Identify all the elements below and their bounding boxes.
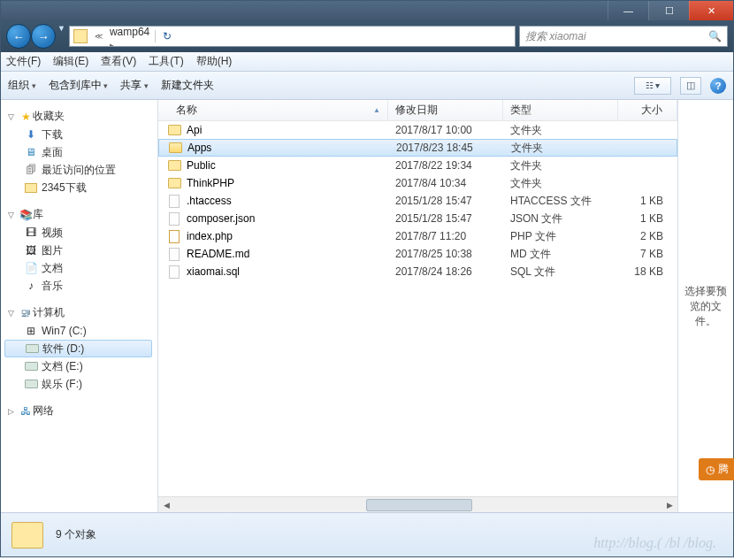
menu-tools[interactable]: 工具(T) (149, 54, 183, 69)
column-type[interactable]: 类型 (503, 100, 618, 120)
badge-icon: ◷ (706, 464, 715, 476)
chevron-down-icon: ▽ (8, 112, 19, 121)
minimize-button[interactable]: — (608, 1, 648, 20)
titlebar: — ☐ ✕ (1, 1, 733, 20)
sidebar-head-libraries[interactable]: ▽📚库 (4, 205, 157, 224)
file-size: 1 KB (618, 212, 677, 225)
drive-icon (24, 377, 38, 391)
file-name: Apps (187, 142, 211, 154)
file-size: 1 KB (618, 195, 677, 207)
sidebar-head-network[interactable]: ▷ 🖧 网络 (4, 402, 157, 420)
sidebar-item[interactable]: 📄文档 (4, 259, 157, 277)
column-name[interactable]: 名称 ▲ (158, 100, 388, 120)
preview-text: 选择要预览的文件。 (684, 284, 728, 329)
file-name: Api (187, 124, 202, 136)
toolbar: 组织 包含到库中 共享 新建文件夹 ☷ ▾ ◫ ? (1, 72, 733, 100)
sidebar-label: 收藏夹 (33, 109, 65, 124)
star-icon: ★ (19, 110, 33, 124)
help-icon[interactable]: ? (710, 78, 726, 94)
chevron-right-icon[interactable]: ≪ (91, 32, 106, 41)
file-icon (167, 194, 181, 208)
scroll-left-icon[interactable]: ◀ (158, 497, 174, 513)
column-date[interactable]: 修改日期 (388, 100, 503, 120)
sidebar-item[interactable]: 文档 (E:) (4, 357, 157, 375)
file-name: xiaomai.sql (187, 265, 240, 278)
file-date: 2017/8/24 18:26 (388, 265, 503, 278)
sidebar-item[interactable]: 2345下载 (4, 179, 157, 196)
breadcrumb-segment[interactable]: wamp64 (106, 26, 155, 38)
chevron-right-icon[interactable]: ▸ (106, 41, 118, 48)
table-row[interactable]: README.md2017/8/25 10:38MD 文件7 KB (158, 245, 677, 263)
folder-icon (167, 158, 181, 173)
file-icon (167, 265, 181, 279)
menu-edit[interactable]: 编辑(E) (53, 54, 88, 69)
table-row[interactable]: xiaomai.sql2017/8/24 18:26SQL 文件18 KB (158, 263, 677, 280)
download-icon: ⬇ (24, 127, 38, 142)
floating-badge[interactable]: ◷ 腾 (699, 458, 734, 480)
sidebar-item[interactable]: 🗐最近访问的位置 (4, 161, 157, 179)
video-icon: 🎞 (24, 226, 38, 240)
close-button[interactable]: ✕ (689, 1, 733, 20)
table-row[interactable]: ThinkPHP2017/8/4 10:34文件夹 (158, 174, 677, 192)
maximize-button[interactable]: ☐ (648, 1, 689, 20)
search-input[interactable]: 搜索 xiaomai 🔍 (519, 26, 728, 47)
table-row[interactable]: Apps2017/8/23 18:45文件夹 (158, 139, 677, 157)
drive-icon (24, 359, 38, 373)
file-type: MD 文件 (503, 247, 618, 262)
file-name: .htaccess (187, 195, 232, 207)
new-folder-button[interactable]: 新建文件夹 (161, 78, 214, 93)
sidebar-item[interactable]: 软件 (D:) (4, 340, 152, 357)
refresh-button[interactable]: ↻ (155, 30, 178, 42)
share-button[interactable]: 共享 (120, 78, 149, 93)
file-date: 2015/1/28 15:47 (388, 212, 503, 225)
table-row[interactable]: composer.json2015/1/28 15:47JSON 文件1 KB (158, 210, 677, 227)
table-row[interactable]: index.php2017/8/7 11:20PHP 文件2 KB (158, 227, 677, 245)
sidebar-label: 库 (33, 207, 43, 222)
search-icon[interactable]: 🔍 (708, 30, 722, 42)
file-date: 2017/8/7 11:20 (388, 230, 503, 242)
sidebar-item[interactable]: ⊞Win7 (C:) (4, 322, 157, 340)
menu-file[interactable]: 文件(F) (6, 54, 41, 69)
sidebar-item[interactable]: 🎞视频 (4, 224, 157, 242)
horizontal-scrollbar[interactable]: ◀ ▶ (158, 496, 677, 512)
sidebar-head-computer[interactable]: ▽🖳计算机 (4, 303, 157, 322)
history-dropdown-icon[interactable]: ▼ (57, 24, 65, 49)
sidebar-label: 网络 (33, 403, 54, 418)
sidebar-item-label: 视频 (42, 226, 63, 241)
windows-drive-icon: ⊞ (24, 324, 38, 338)
music-icon: ♪ (24, 279, 38, 293)
table-row[interactable]: Api2017/8/17 10:00文件夹 (158, 121, 677, 139)
sidebar-item[interactable]: ⬇下载 (4, 126, 157, 143)
include-library-button[interactable]: 包含到库中 (49, 78, 109, 93)
sidebar-item[interactable]: 娱乐 (F:) (4, 375, 157, 393)
organize-button[interactable]: 组织 (8, 78, 36, 93)
sidebar-item-label: 音乐 (42, 279, 63, 294)
forward-button[interactable]: → (31, 24, 56, 49)
sidebar-item-label: 最近访问的位置 (42, 163, 116, 178)
preview-pane-button[interactable]: ◫ (680, 77, 701, 95)
table-row[interactable]: .htaccess2015/1/28 15:47HTACCESS 文件1 KB (158, 192, 677, 210)
explorer-window: — ☐ ✕ ← → ▼ ≪ 软件 (D:)▸Wamp▸wamp64▸www▸xi… (0, 0, 734, 557)
folder-open-icon (168, 141, 182, 155)
badge-text: 腾 (718, 462, 729, 477)
back-button[interactable]: ← (6, 24, 31, 49)
scroll-right-icon[interactable]: ▶ (661, 497, 677, 513)
table-row[interactable]: Public2017/8/22 19:34文件夹 (158, 157, 677, 174)
menu-view[interactable]: 查看(V) (101, 54, 136, 69)
file-pane: 名称 ▲ 修改日期 类型 大小 Api2017/8/17 10:00文件夹App… (158, 100, 678, 512)
sidebar-head-favorites[interactable]: ▽★收藏夹 (4, 107, 157, 126)
scroll-thumb[interactable] (366, 499, 472, 511)
file-type: SQL 文件 (503, 265, 618, 280)
folder-icon (24, 180, 38, 195)
sidebar-item[interactable]: ♪音乐 (4, 277, 157, 295)
document-icon: 📄 (24, 261, 38, 275)
column-size[interactable]: 大小 (618, 100, 677, 120)
view-mode-button[interactable]: ☷ ▾ (634, 77, 671, 95)
status-text: 9 个对象 (56, 527, 96, 542)
menu-help[interactable]: 帮助(H) (196, 54, 233, 69)
address-bar[interactable]: ≪ 软件 (D:)▸Wamp▸wamp64▸www▸xiaomai▸ ↻ (69, 26, 516, 47)
sidebar-item[interactable]: 🖼图片 (4, 242, 157, 259)
file-type: JSON 文件 (503, 211, 618, 226)
file-size: 18 KB (618, 265, 677, 278)
sidebar-item[interactable]: 🖥桌面 (4, 143, 157, 161)
